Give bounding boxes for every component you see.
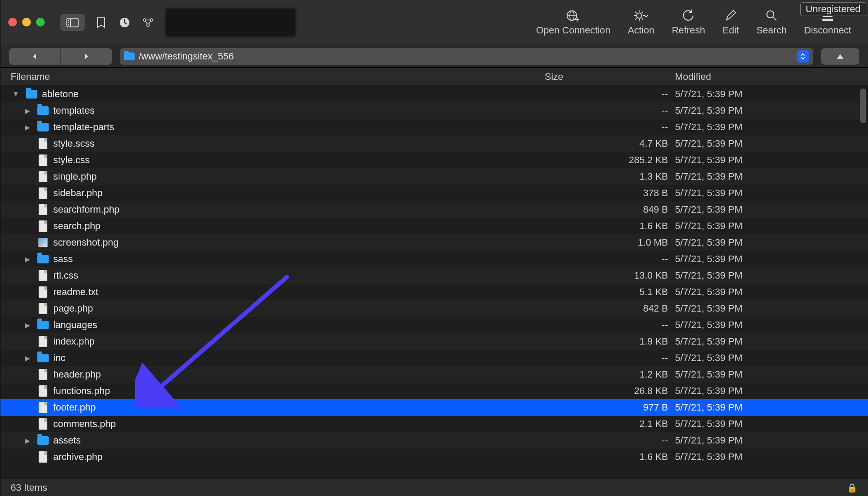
file-modified: 5/7/21, 5:39 PM [675,303,858,314]
nav-forward-button[interactable] [61,48,112,65]
disclosure-arrow [22,272,33,279]
toolbar-label: Edit [723,25,739,36]
file-name: sidebar.php [53,187,103,199]
titlebar: Open Connection Action Refresh Edit Sear… [0,0,868,45]
file-icon [39,220,47,232]
file-size: 1.6 KB [545,451,675,463]
file-row[interactable]: archive.php1.6 KB5/7/21, 5:39 PM [0,449,868,465]
file-row[interactable]: comments.php2.1 KB5/7/21, 5:39 PM [0,416,868,432]
svg-point-2 [68,20,69,20]
file-row[interactable]: search.php1.6 KB5/7/21, 5:39 PM [0,218,868,234]
file-row[interactable]: style.css285.2 KB5/7/21, 5:39 PM [0,152,868,168]
file-icon [39,204,47,215]
refresh-button[interactable]: Refresh [672,9,705,36]
file-name: readme.txt [53,286,99,298]
bookmarks-button[interactable] [92,14,111,31]
disclosure-arrow[interactable]: ▶ [22,107,33,115]
column-size[interactable]: Size [545,71,675,82]
file-size: -- [545,89,675,100]
file-icon [39,402,47,413]
file-modified: 5/7/21, 5:39 PM [675,270,858,281]
folder-icon [37,436,49,445]
file-row[interactable]: ▼abletone--5/7/21, 5:39 PM [0,86,868,102]
window-controls [8,18,45,26]
file-modified: 5/7/21, 5:39 PM [675,336,858,347]
file-modified: 5/7/21, 5:39 PM [675,122,858,133]
disclosure-arrow[interactable]: ▶ [22,123,33,131]
history-button[interactable] [115,14,134,31]
bookmark-icon [96,17,107,28]
file-row[interactable]: sidebar.php378 B5/7/21, 5:39 PM [0,185,868,201]
file-size: 4.7 KB [545,138,675,149]
file-size: 1.3 KB [545,171,675,182]
refresh-icon [682,9,694,22]
action-button[interactable]: Action [628,9,654,36]
minimize-window-button[interactable] [22,18,31,26]
file-row[interactable]: functions.php26.8 KB5/7/21, 5:39 PM [0,383,868,399]
file-row[interactable]: footer.php977 B5/7/21, 5:39 PM [0,399,868,416]
toolbar-label: Open Connection [536,25,611,36]
file-list[interactable]: ▼abletone--5/7/21, 5:39 PM▶templates--5/… [0,86,868,479]
file-name: rtl.css [53,270,78,281]
disclosure-arrow[interactable]: ▼ [11,90,21,98]
svg-point-14 [637,13,642,18]
file-row[interactable]: ▶template-parts--5/7/21, 5:39 PM [0,119,868,135]
go-up-button[interactable] [821,48,859,65]
file-row[interactable]: readme.txt5.1 KB5/7/21, 5:39 PM [0,284,868,300]
disclosure-arrow[interactable]: ▶ [22,437,33,445]
disclosure-arrow[interactable]: ▶ [22,354,33,362]
file-row[interactable]: searchform.php849 B5/7/21, 5:39 PM [0,201,868,218]
file-row[interactable]: single.php1.3 KB5/7/21, 5:39 PM [0,168,868,185]
scrollbar-thumb[interactable] [860,89,866,123]
file-name: single.php [53,171,97,182]
svg-line-22 [642,12,643,13]
path-field[interactable] [120,48,813,65]
file-row[interactable]: style.scss4.7 KB5/7/21, 5:39 PM [0,135,868,152]
folder-icon [37,321,49,329]
path-dropdown-toggle[interactable] [797,50,809,62]
file-size: 13.0 KB [545,270,675,281]
search-button[interactable]: Search [756,9,787,36]
file-row[interactable]: ▶inc--5/7/21, 5:39 PM [0,350,868,366]
path-input[interactable] [139,51,792,62]
disclosure-arrow [22,420,33,428]
file-modified: 5/7/21, 5:39 PM [675,237,858,248]
file-row[interactable]: ▶assets--5/7/21, 5:39 PM [0,432,868,449]
disclosure-arrow [22,387,33,395]
svg-point-8 [147,24,149,26]
edit-button[interactable]: Edit [723,9,739,36]
disclosure-arrow [22,239,33,246]
nav-back-button[interactable] [9,48,60,65]
file-size: 2.1 KB [545,418,675,430]
file-row[interactable]: rtl.css13.0 KB5/7/21, 5:39 PM [0,267,868,284]
folder-icon [37,123,49,131]
file-row[interactable]: ▶languages--5/7/21, 5:39 PM [0,317,868,333]
file-row[interactable]: header.php1.2 KB5/7/21, 5:39 PM [0,366,868,383]
file-row[interactable]: page.php842 B5/7/21, 5:39 PM [0,300,868,317]
disclosure-arrow[interactable]: ▶ [22,321,33,329]
file-name: style.scss [53,138,95,149]
column-filename[interactable]: Filename [11,71,545,82]
column-modified[interactable]: Modified [675,71,858,82]
folder-icon [124,53,135,60]
file-modified: 5/7/21, 5:39 PM [675,319,858,331]
file-row[interactable]: ▶sass--5/7/21, 5:39 PM [0,251,868,267]
file-name: index.php [53,336,95,347]
globe-plus-icon [566,9,580,22]
transfers-button[interactable] [139,14,158,31]
disclosure-arrow[interactable]: ▶ [22,255,33,263]
toolbar-label: Disconnect [804,25,851,36]
svg-point-3 [68,22,69,23]
file-row[interactable]: index.php1.9 KB5/7/21, 5:39 PM [0,333,868,350]
zoom-window-button[interactable] [36,18,45,26]
open-connection-button[interactable]: Open Connection [536,9,611,36]
file-row[interactable]: screenshot.png1.0 MB5/7/21, 5:39 PM [0,234,868,251]
file-size: 1.2 KB [545,369,675,380]
sidebar-toggle[interactable] [60,14,85,31]
close-window-button[interactable] [8,18,17,26]
svg-line-20 [642,18,643,20]
file-size: 849 B [545,204,675,215]
app-window: Unregistered Open Connection [0,0,868,496]
file-row[interactable]: ▶templates--5/7/21, 5:39 PM [0,102,868,119]
sidebar-icon [66,18,79,27]
